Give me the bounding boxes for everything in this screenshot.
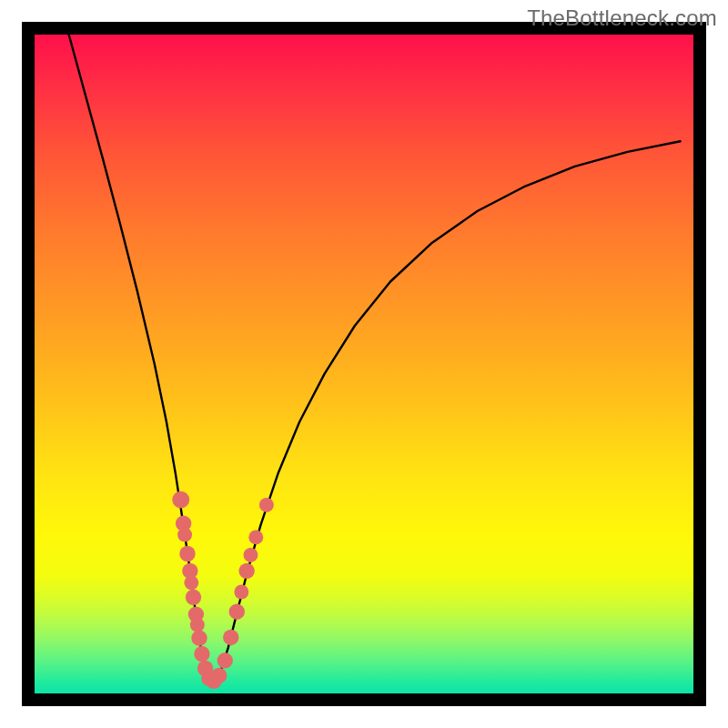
plot-area	[35, 35, 693, 693]
watermark-text: TheBottleneck.com	[527, 5, 717, 31]
chart-frame: TheBottleneck.com	[0, 0, 728, 728]
